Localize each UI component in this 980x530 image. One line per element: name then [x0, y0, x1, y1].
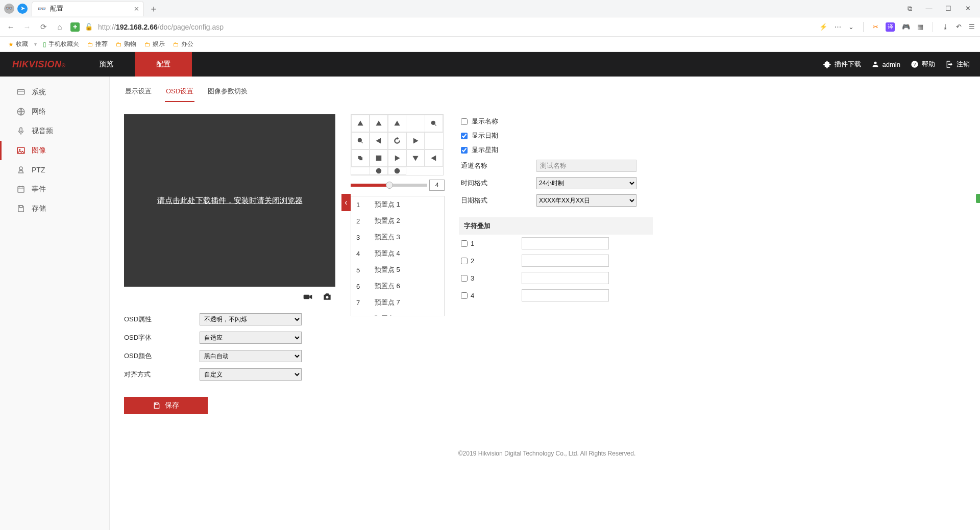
nav-home-button[interactable]: ⌂ [54, 22, 65, 31]
bookmark-shopping[interactable]: 🗀购物 [113, 40, 139, 48]
overlay-4-checkbox[interactable] [461, 292, 468, 299]
more-icon[interactable]: ⋯ [835, 23, 841, 31]
preset-row[interactable]: 6预置点 6 [351, 278, 444, 294]
ptz-down-right[interactable] [425, 149, 443, 167]
preset-row[interactable]: 3预置点 3 [351, 229, 444, 245]
user-menu[interactable]: admin [871, 60, 900, 68]
channel-name-input[interactable] [536, 160, 636, 172]
sidebar-item-event[interactable]: 事件 [0, 180, 109, 199]
focus-near[interactable] [351, 149, 370, 167]
tab-image-switch[interactable]: 图像参数切换 [207, 84, 249, 102]
sidebar-item-network[interactable]: 网络 [0, 102, 109, 121]
collapse-ptz-handle[interactable] [341, 194, 351, 211]
show-name-checkbox[interactable] [461, 118, 468, 125]
save-button[interactable]: 保存 [124, 397, 208, 414]
overlay-1-label: 1 [471, 240, 519, 247]
record-icon[interactable] [303, 292, 313, 302]
preset-row[interactable]: 1预置点 1 [351, 196, 444, 213]
osd-attr-select[interactable]: 不透明，不闪烁 [200, 313, 302, 325]
sidebar-item-storage[interactable]: 存储 [0, 199, 109, 218]
sidebar-item-image[interactable]: 图像 [0, 141, 109, 160]
osd-font-select[interactable]: 自适应 [200, 332, 302, 344]
overlay-4-input[interactable] [522, 289, 609, 301]
gamepad-icon[interactable]: 🎮 [902, 23, 910, 31]
grid-apps-icon[interactable]: ▦ [917, 23, 923, 31]
nav-reload-button[interactable]: ⟳ [38, 22, 49, 32]
browser-tab[interactable]: 👓 配置 ✕ [32, 1, 144, 16]
side-indicator-icon[interactable] [976, 194, 980, 203]
svg-rect-16 [155, 403, 158, 405]
bookmark-entertainment[interactable]: 🗀娱乐 [141, 40, 168, 48]
dropdown-icon[interactable]: ⌄ [848, 23, 854, 31]
ptz-down-left[interactable] [388, 149, 406, 167]
ptz-up-left[interactable] [351, 115, 370, 132]
menu-icon[interactable]: ☰ [969, 23, 975, 31]
capture-icon[interactable] [322, 292, 332, 302]
zoom-out[interactable] [351, 132, 370, 149]
time-format-label: 时间格式 [461, 179, 536, 188]
ptz-speed-value[interactable]: 4 [429, 180, 445, 191]
overlay-1-checkbox[interactable] [461, 240, 468, 247]
download-plugin-link[interactable]: 请点击此处下载插件，安装时请关闭浏览器 [157, 196, 303, 206]
preset-row[interactable]: 2预置点 2 [351, 213, 444, 229]
ptz-auto[interactable] [388, 132, 406, 149]
ptz-up[interactable] [370, 115, 388, 132]
download-icon[interactable]: ⭳ [942, 23, 949, 31]
bookmark-recommend[interactable]: 🗀推荐 [84, 40, 111, 48]
scissors-icon[interactable]: ✂ [873, 23, 878, 31]
ptz-down[interactable] [406, 149, 425, 167]
nav-forward-button[interactable]: → [21, 22, 33, 31]
show-date-checkbox[interactable] [461, 133, 468, 139]
nav-preview[interactable]: 预览 [78, 52, 135, 77]
ptz-left[interactable] [370, 132, 388, 149]
history-icon[interactable]: ↶ [956, 23, 962, 31]
iris-close[interactable] [388, 167, 406, 175]
window-restore-icon[interactable]: ⧉ [903, 5, 916, 13]
window-minimize-icon[interactable]: — [923, 5, 935, 13]
browser-profile-icon[interactable]: 👓 [4, 4, 14, 14]
osd-color-select[interactable]: 黑白自动 [200, 350, 302, 362]
nav-back-button[interactable]: ← [5, 22, 16, 31]
window-close-icon[interactable]: ✕ [962, 5, 974, 13]
align-select[interactable]: 自定义 [200, 368, 302, 381]
nav-config[interactable]: 配置 [135, 52, 192, 77]
ptz-speed-slider[interactable] [351, 184, 427, 187]
translate-icon[interactable]: 译 [886, 22, 895, 32]
logout-link[interactable]: 注销 [945, 60, 970, 69]
bookmark-office[interactable]: 🗀办公 [170, 40, 197, 48]
overlay-2-checkbox[interactable] [461, 258, 468, 264]
sidebar-item-system[interactable]: 系统 [0, 83, 109, 102]
help-link[interactable]: ? 帮助 [911, 60, 935, 69]
new-tab-button[interactable]: ＋ [149, 3, 158, 15]
focus-far[interactable] [370, 149, 388, 167]
sidebar-item-ptz[interactable]: PTZ [0, 160, 109, 180]
bookmarks-menu[interactable]: ★收藏 [5, 40, 31, 48]
zoom-in[interactable] [425, 115, 443, 132]
preset-row[interactable]: 5预置点 5 [351, 262, 444, 278]
tab-display-settings[interactable]: 显示设置 [124, 84, 153, 102]
ptz-up-right[interactable] [388, 115, 406, 132]
address-bar[interactable]: http://192.168.2.66/doc/page/config.asp [98, 23, 814, 31]
overlay-3-checkbox[interactable] [461, 275, 468, 282]
preset-row[interactable]: 7预置点 7 [351, 294, 444, 311]
sidebar-item-av[interactable]: 视音频 [0, 121, 109, 141]
overlay-2-input[interactable] [522, 255, 609, 267]
show-week-checkbox[interactable] [461, 147, 468, 154]
overlay-1-input[interactable] [522, 237, 609, 249]
preset-row[interactable]: 8预置点 8 [351, 311, 444, 316]
window-maximize-icon[interactable]: ☐ [942, 5, 954, 13]
iris-open[interactable] [370, 167, 388, 175]
tab-osd-settings[interactable]: OSD设置 [165, 84, 194, 102]
time-format-select[interactable]: 24小时制 [536, 177, 636, 189]
browser-send-icon[interactable]: ➤ [17, 4, 28, 14]
overlay-3-input[interactable] [522, 272, 609, 284]
preset-row[interactable]: 4预置点 4 [351, 245, 444, 262]
close-tab-icon[interactable]: ✕ [134, 5, 139, 13]
bookmark-mobile[interactable]: ▯手机收藏夹 [40, 40, 82, 48]
preset-list[interactable]: 1预置点 1 2预置点 2 3预置点 3 4预置点 4 5预置点 5 6预置点 … [351, 196, 445, 316]
flash-icon[interactable]: ⚡ [819, 23, 827, 31]
plugin-download-link[interactable]: 插件下载 [823, 60, 861, 69]
date-format-select[interactable]: XXXX年XX月XX日 [536, 194, 636, 207]
ptz-right[interactable] [406, 132, 425, 149]
security-shield-icon[interactable]: ✚ [70, 22, 80, 32]
